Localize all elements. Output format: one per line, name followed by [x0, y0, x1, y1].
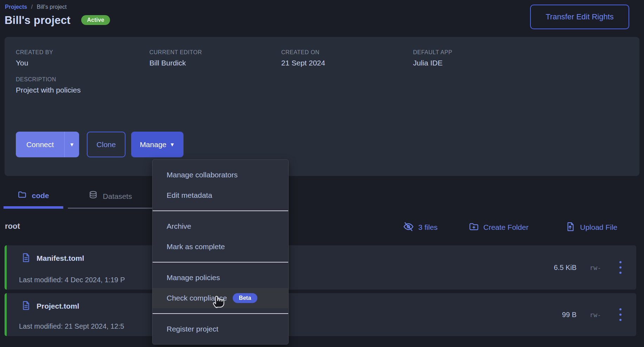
folder-plus-icon [469, 221, 479, 234]
menu-item-archive[interactable]: Archive [153, 216, 288, 236]
field-label: CURRENT EDITOR [149, 49, 202, 56]
menu-item-check-compliance[interactable]: Check compliance Beta [153, 288, 288, 308]
field-value: 21 Sept 2024 [281, 59, 325, 67]
file-name[interactable]: Project.toml [37, 302, 79, 310]
tab-label: Datasets [103, 192, 132, 201]
file-size: 6.5 KiB [554, 264, 577, 272]
field-default-app: DEFAULT APP Julia IDE [413, 49, 452, 67]
breadcrumb-separator: / [31, 4, 33, 10]
upload-file-button[interactable]: Upload File [565, 217, 617, 237]
current-folder-label: root [5, 222, 20, 231]
field-created-by: CREATED BY You [16, 49, 53, 67]
file-row-project[interactable]: Project.toml Last modified: 21 Sept 2024… [5, 293, 636, 336]
field-value: You [16, 59, 53, 67]
manage-button[interactable]: Manage ▼ [131, 132, 183, 157]
menu-item-mark-as-complete[interactable]: Mark as complete [153, 236, 288, 257]
field-label: DESCRIPTION [16, 76, 80, 83]
project-actions: Connect ▼ Clone Manage ▼ [16, 132, 183, 157]
eye-off-icon [403, 221, 414, 234]
field-value: Julia IDE [413, 59, 452, 67]
file-last-modified: Last modified: 4 Dec 2024, 1:19 P [19, 276, 125, 284]
tab-datasets[interactable]: Datasets [68, 185, 152, 209]
page-title: Bill's project [5, 14, 71, 26]
manage-dropdown-menu: Manage collaborators Edit metadata Archi… [152, 159, 289, 345]
file-size: 99 B [562, 311, 577, 319]
field-label: CREATED BY [16, 49, 53, 56]
breadcrumb-projects-link[interactable]: Projects [5, 4, 27, 10]
transfer-edit-rights-button[interactable]: Transfer Edit Rights [530, 5, 629, 29]
menu-item-manage-policies[interactable]: Manage policies [153, 267, 288, 288]
file-upload-icon [565, 221, 576, 234]
file-last-modified: Last modified: 21 Sept 2024, 12:5 [19, 322, 124, 330]
files-count-label: 3 files [418, 223, 438, 232]
create-folder-button[interactable]: Create Folder [469, 217, 528, 237]
upload-file-label: Upload File [580, 223, 617, 232]
field-label: DEFAULT APP [413, 49, 452, 56]
field-label: CREATED ON [281, 49, 325, 56]
tab-code[interactable]: code [4, 185, 63, 209]
folder-icon [18, 190, 27, 201]
connect-dropdown-caret[interactable]: ▼ [64, 132, 79, 157]
menu-item-register-project[interactable]: Register project [153, 319, 288, 339]
file-icon [21, 300, 31, 312]
breadcrumb: Projects / Bill's project [5, 4, 66, 10]
connect-split-button: Connect ▼ [16, 132, 79, 157]
menu-item-manage-collaborators[interactable]: Manage collaborators [153, 165, 288, 185]
file-row-manifest[interactable]: Manifest.toml Last modified: 4 Dec 2024,… [5, 245, 636, 290]
menu-item-edit-metadata[interactable]: Edit metadata [153, 185, 288, 206]
caret-down-icon: ▼ [170, 142, 175, 147]
field-current-editor: CURRENT EDITOR Bill Burdick [149, 49, 202, 67]
clone-button[interactable]: Clone [87, 132, 125, 157]
caret-down-icon: ▼ [69, 142, 75, 147]
field-description: DESCRIPTION Project with policies [16, 76, 80, 94]
breadcrumb-current: Bill's project [37, 4, 67, 10]
create-folder-label: Create Folder [483, 223, 528, 232]
hidden-files-toggle[interactable]: 3 files [403, 217, 438, 237]
tab-label: code [32, 191, 49, 200]
status-badge: Active [81, 15, 110, 25]
field-created-on: CREATED ON 21 Sept 2024 [281, 49, 325, 67]
manage-button-label: Manage [140, 140, 167, 149]
database-icon [88, 190, 98, 202]
file-permissions: rw- [590, 311, 601, 318]
file-menu-kebab-icon[interactable] [618, 307, 623, 322]
file-menu-kebab-icon[interactable] [618, 260, 623, 275]
beta-badge: Beta [233, 293, 258, 303]
field-value: Bill Burdick [149, 59, 202, 67]
file-icon [21, 252, 31, 264]
connect-button[interactable]: Connect [16, 132, 64, 157]
page-title-row: Bill's project Active [5, 14, 110, 27]
field-value: Project with policies [16, 86, 80, 94]
menu-item-label: Check compliance [167, 288, 227, 308]
file-name[interactable]: Manifest.toml [37, 254, 84, 263]
file-permissions: rw- [590, 264, 601, 271]
